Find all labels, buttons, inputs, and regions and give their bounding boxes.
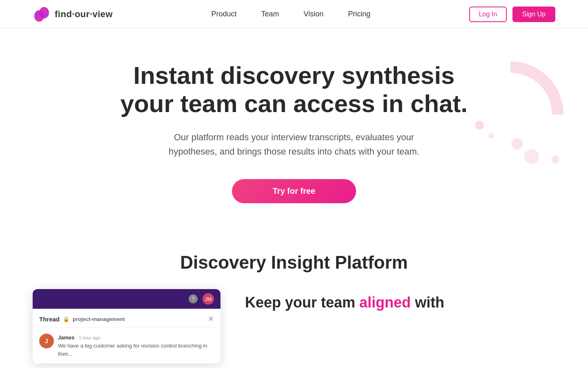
mock-thread-title: Thread 🔒 project-management <box>39 316 125 323</box>
svg-point-1 <box>39 7 49 18</box>
mock-msg-content: James 1 hour ago We have a big customer … <box>58 334 214 358</box>
section2-title: Discovery Insight Platform <box>33 252 555 273</box>
login-button[interactable]: Log In <box>469 7 507 22</box>
deco-dot-4 <box>524 149 539 164</box>
logo[interactable]: find·our·view <box>33 5 113 23</box>
hero-title: Instant discovery synthesis your team ca… <box>110 61 478 118</box>
deco-dot-3 <box>511 138 523 150</box>
nav-product[interactable]: Product <box>211 10 236 18</box>
mock-message: J James 1 hour ago We have a big custome… <box>33 328 220 364</box>
nav-pricing[interactable]: Pricing <box>348 10 370 18</box>
mock-topbar: ? JM <box>33 289 220 309</box>
deco-dot-5 <box>551 155 559 164</box>
section2-right: Keep your team aligned with <box>245 289 555 312</box>
discovery-section: Discovery Insight Platform ? JM Thread 🔒… <box>0 228 588 368</box>
logo-icon <box>33 5 51 23</box>
try-for-free-button[interactable]: Try for free <box>232 179 356 203</box>
mock-message-avatar: J <box>39 334 54 348</box>
mock-user-avatar: JM <box>203 293 214 305</box>
mock-body: Thread 🔒 project-management ✕ J James 1 … <box>33 309 220 364</box>
hero-subtitle: Our platform reads your interview transc… <box>151 130 437 159</box>
mock-app-window: ? JM Thread 🔒 project-management ✕ J Jam <box>33 289 220 364</box>
logo-text: find·our·view <box>55 9 113 20</box>
hero-section: Instant discovery synthesis your team ca… <box>0 29 588 228</box>
mock-help-icon: ? <box>189 294 198 303</box>
nav-team[interactable]: Team <box>261 10 279 18</box>
navbar: find·our·view Product Team Vision Pricin… <box>0 0 588 29</box>
signup-button[interactable]: Sign Up <box>512 7 555 22</box>
section2-content: ? JM Thread 🔒 project-management ✕ J Jam <box>33 289 555 364</box>
mock-thread-header: Thread 🔒 project-management ✕ <box>33 309 220 328</box>
nav-links: Product Team Vision Pricing <box>211 10 370 18</box>
nav-actions: Log In Sign Up <box>469 7 555 22</box>
nav-vision[interactable]: Vision <box>304 10 324 18</box>
deco-dot-2 <box>488 133 494 139</box>
mock-close-icon[interactable]: ✕ <box>208 314 214 323</box>
section2-right-title: Keep your team aligned with <box>245 293 555 312</box>
deco-dot-1 <box>475 121 484 130</box>
